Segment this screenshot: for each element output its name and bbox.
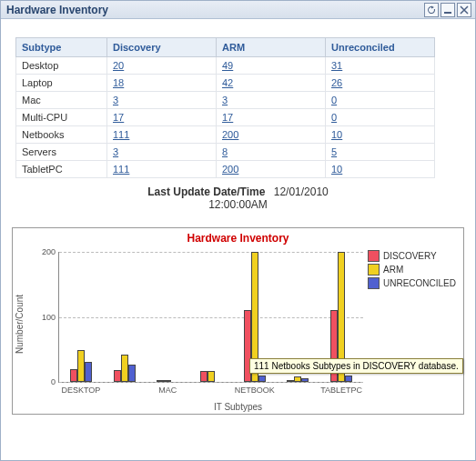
bar-discovery[interactable]: [114, 370, 121, 382]
link-discovery[interactable]: 3: [113, 95, 118, 105]
table-row: Mac330: [16, 92, 435, 109]
cell-discovery: 3: [107, 144, 217, 161]
cell-unreconciled: 5: [326, 144, 435, 161]
cell-arm: 49: [217, 57, 326, 75]
table-row: Laptop184226: [16, 75, 435, 92]
link-arm[interactable]: 42: [222, 77, 233, 88]
link-discovery[interactable]: 3: [113, 146, 118, 157]
bar-discovery[interactable]: [200, 371, 208, 382]
table-row: Desktop204931: [16, 57, 435, 75]
link-discovery[interactable]: 111: [113, 129, 129, 140]
cell-unreconciled: 0: [326, 109, 435, 126]
cell-discovery: 111: [107, 161, 217, 178]
col-arm[interactable]: ARM: [217, 38, 326, 57]
x-tick: TABLETPC: [320, 386, 362, 395]
bar-discovery[interactable]: [70, 369, 77, 382]
cell-subtype: TabletPC: [16, 161, 107, 178]
x-tick: DESKTOP: [61, 386, 100, 395]
col-subtype[interactable]: Subtype: [16, 38, 107, 57]
link-unreconciled[interactable]: 5: [331, 146, 337, 157]
cell-unreconciled: 10: [326, 161, 435, 178]
cell-arm: 8: [217, 144, 326, 161]
legend-swatch: [368, 277, 380, 289]
last-update: Last Update Date/Time 12/01/2010 12:00:0…: [15, 185, 461, 211]
chart-container: Hardware Inventory Number/Count IT Subty…: [12, 227, 464, 415]
bar-arm[interactable]: [164, 380, 171, 382]
cell-arm: 17: [217, 109, 326, 126]
cell-discovery: 3: [107, 92, 217, 109]
link-unreconciled[interactable]: 10: [331, 129, 342, 140]
table-row: Netbooks11120010: [16, 126, 435, 144]
chart-ylabel: Number/Count: [15, 283, 25, 365]
link-arm[interactable]: 17: [222, 112, 233, 123]
gridline: [59, 317, 363, 318]
bar-unreconciled[interactable]: [128, 365, 136, 382]
legend-item: DISCOVERY: [368, 250, 456, 262]
chart-xlabel: IT Subtypes: [13, 402, 463, 412]
legend-swatch: [368, 250, 380, 262]
legend-label: DISCOVERY: [383, 251, 437, 261]
cell-discovery: 17: [107, 109, 217, 126]
minimize-icon[interactable]: [441, 3, 455, 17]
legend-item: UNRECONCILED: [368, 277, 456, 289]
link-discovery[interactable]: 20: [113, 60, 124, 71]
cell-subtype: Desktop: [16, 57, 107, 75]
table-row: Servers385: [16, 144, 435, 161]
legend-swatch: [368, 264, 380, 276]
cell-arm: 200: [217, 161, 326, 178]
panel-titlebar: Hardware Inventory: [1, 1, 475, 19]
link-unreconciled[interactable]: 0: [331, 95, 337, 105]
bar-discovery[interactable]: [157, 380, 164, 382]
link-arm[interactable]: 3: [222, 95, 228, 105]
cell-subtype: Multi-CPU: [16, 109, 107, 126]
cell-arm: 42: [217, 75, 326, 92]
legend-label: UNRECONCILED: [383, 278, 456, 288]
inventory-table: Subtype Discovery ARM Unreconciled Deskt…: [15, 37, 435, 178]
bar-unreconciled[interactable]: [85, 362, 92, 382]
link-discovery[interactable]: 17: [113, 112, 124, 123]
cell-discovery: 111: [107, 126, 217, 144]
legend-label: ARM: [383, 265, 403, 275]
bar-discovery[interactable]: [287, 380, 294, 382]
cell-subtype: Servers: [16, 144, 107, 161]
legend-item: ARM: [368, 264, 456, 276]
cell-subtype: Netbooks: [16, 126, 107, 144]
cell-arm: 200: [217, 126, 326, 144]
link-unreconciled[interactable]: 26: [331, 77, 342, 88]
link-arm[interactable]: 200: [222, 164, 238, 175]
cell-discovery: 20: [107, 57, 217, 75]
cell-unreconciled: 26: [326, 75, 435, 92]
cell-subtype: Laptop: [16, 75, 107, 92]
chart-legend: DISCOVERYARMUNRECONCILED: [368, 250, 456, 291]
bar-unreconciled[interactable]: [258, 376, 266, 382]
link-unreconciled[interactable]: 31: [331, 60, 342, 71]
table-header-row: Subtype Discovery ARM Unreconciled: [16, 38, 435, 57]
link-discovery[interactable]: 111: [113, 164, 129, 175]
panel-content: Subtype Discovery ARM Unreconciled Deskt…: [1, 19, 475, 227]
link-arm[interactable]: 49: [222, 60, 233, 71]
link-discovery[interactable]: 18: [113, 77, 124, 88]
link-arm[interactable]: 200: [222, 129, 238, 140]
bar-arm[interactable]: [294, 376, 301, 382]
bar-arm[interactable]: [208, 371, 215, 382]
y-tick: 200: [32, 247, 56, 256]
bar-unreconciled[interactable]: [301, 378, 309, 382]
x-tick: NETBOOK: [235, 386, 275, 395]
link-unreconciled[interactable]: 0: [331, 112, 337, 123]
bar-arm[interactable]: [121, 355, 128, 382]
chart-tooltip: 111 Netbooks Subtypes in DISCOVERY datab…: [249, 358, 463, 374]
refresh-icon[interactable]: [424, 3, 439, 17]
last-update-label: Last Update Date/Time: [147, 185, 265, 198]
y-tick: 100: [32, 313, 56, 322]
close-icon[interactable]: [457, 3, 471, 17]
link-arm[interactable]: 8: [222, 146, 228, 157]
col-discovery[interactable]: Discovery: [107, 38, 217, 57]
col-unreconciled[interactable]: Unreconciled: [326, 38, 435, 57]
link-unreconciled[interactable]: 10: [331, 164, 342, 175]
x-tick: MAC: [158, 386, 177, 395]
chart-title: Hardware Inventory: [13, 228, 463, 245]
table-row: Multi-CPU17170: [16, 109, 435, 126]
bar-unreconciled[interactable]: [345, 376, 352, 382]
table-row: TabletPC11120010: [16, 161, 435, 178]
bar-arm[interactable]: [77, 350, 85, 382]
